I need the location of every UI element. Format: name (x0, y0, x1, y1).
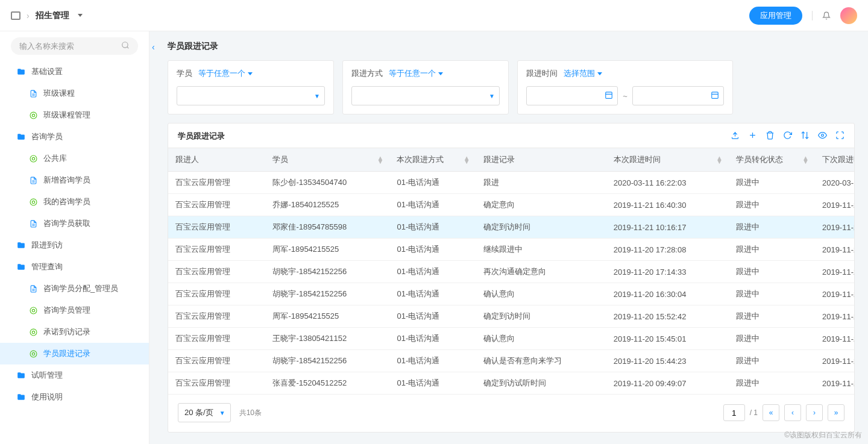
sidebar-item[interactable]: 咨询学员 (0, 126, 149, 148)
table-row[interactable]: 百宝云应用管理胡晓宇-1854215225601-电话沟通确认是否有意向来学习2… (168, 350, 854, 372)
sidebar-item[interactable]: 使用说明 (0, 386, 149, 408)
folder-icon (17, 393, 25, 401)
svg-point-7 (32, 157, 34, 160)
plus-icon[interactable] (748, 131, 757, 142)
search-input-wrap[interactable] (11, 37, 138, 55)
table-row[interactable]: 百宝云应用管理王晓宇-1380542115201-电话沟通确认意向2019-11… (168, 328, 854, 350)
dropdown-icon[interactable]: ▼ (489, 93, 495, 99)
sidebar-item[interactable]: 我的咨询学员 (0, 191, 149, 213)
sort-icon[interactable] (800, 131, 810, 142)
sidebar-item[interactable]: 公共库 (0, 148, 149, 169)
table-cell: 张喜爱-15204512252 (265, 372, 389, 395)
table-cell: 百宝云应用管理 (168, 350, 265, 372)
sidebar-item[interactable]: 咨询学员管理 (0, 299, 149, 321)
filter-method: 跟进方式 等于任意一个 ▼ (342, 60, 509, 114)
first-page-button[interactable]: « (763, 404, 779, 421)
sidebar-item[interactable]: 咨询学员分配_管理员 (0, 278, 149, 299)
filter-student-input[interactable] (177, 86, 325, 105)
eye-icon[interactable] (818, 131, 827, 142)
sidebar-item[interactable]: 咨询学员获取 (0, 213, 149, 234)
sidebar-item[interactable]: 跟进到访 (0, 234, 149, 256)
table-cell: 再次沟通确定意向 (476, 261, 606, 283)
svg-line-1 (127, 47, 129, 49)
app-manage-button[interactable]: 应用管理 (749, 7, 802, 25)
table-cell: 周军-18954215525 (265, 305, 389, 328)
filter-operator[interactable]: 等于任意一个 (198, 68, 253, 79)
next-page-button[interactable]: › (806, 404, 823, 421)
page-size-select[interactable]: 20 条/页▼ (178, 403, 231, 422)
sidebar-item[interactable]: 新增咨询学员 (0, 169, 149, 191)
sidebar-item-label: 咨询学员分配_管理员 (43, 283, 118, 294)
table-row[interactable]: 百宝云应用管理胡晓宇-1854215225601-电话沟通确认意向2019-11… (168, 283, 854, 305)
export-icon[interactable] (731, 131, 740, 142)
table-row[interactable]: 百宝云应用管理陈少创-1353450474001-电话沟通跟进2020-03-1… (168, 172, 854, 194)
table-cell: 2019-11-20 17:14:33 (606, 261, 729, 283)
col-record[interactable]: 跟进记录 (476, 148, 606, 172)
sidebar-item[interactable]: 班级课程 (0, 83, 149, 104)
col-time[interactable]: 本次跟进时间▲▼ (606, 148, 729, 172)
table-cell: 确定到访时间 (476, 305, 606, 328)
col-method[interactable]: 本次跟进方式▲▼ (389, 148, 476, 172)
col-status[interactable]: 学员转化状态▲▼ (729, 148, 815, 172)
sidebar-item[interactable]: 学员跟进记录 (0, 343, 149, 364)
table-row[interactable]: 百宝云应用管理周军-1895421552501-电话沟通确定到访时间2019-1… (168, 305, 854, 328)
table-cell: 跟进中 (729, 350, 815, 372)
page-input[interactable] (723, 404, 745, 421)
sidebar-item-label: 班级课程管理 (43, 110, 90, 120)
filter-operator[interactable]: 选择范围 (564, 68, 602, 79)
last-page-button[interactable]: » (828, 404, 844, 421)
table-cell: 2020-03-11 16:22:03 (606, 172, 729, 194)
table-row[interactable]: 百宝云应用管理邓家佳-1895478559801-电话沟通确定到访时间2019-… (168, 216, 854, 239)
table-cell: 跟进中 (729, 305, 815, 328)
chevron-down-icon[interactable] (78, 14, 83, 17)
chevron-down-icon: ▼ (219, 410, 225, 416)
filter-label: 跟进方式 (351, 68, 383, 79)
avatar[interactable] (840, 7, 857, 24)
prev-page-button[interactable]: ‹ (784, 404, 801, 421)
search-input[interactable] (19, 42, 121, 51)
table-cell: 胡晓宇-18542152256 (265, 261, 389, 283)
sidebar-item[interactable]: 班级课程管理 (0, 104, 149, 126)
sidebar-item[interactable]: 基础设置 (0, 61, 149, 83)
trash-icon[interactable] (766, 131, 775, 142)
search-icon[interactable] (121, 41, 130, 51)
doc-icon (29, 177, 37, 184)
table-row[interactable]: 百宝云应用管理乔娜-1854012552501-电话沟通确定意向2019-11-… (168, 194, 854, 216)
sidebar-item[interactable]: 承诺到访记录 (0, 321, 149, 343)
expand-icon[interactable] (835, 131, 844, 142)
table-row[interactable]: 百宝云应用管理周军-1895421552501-电话沟通继续跟进中2019-11… (168, 239, 854, 261)
table-cell: 01-电话沟通 (389, 372, 476, 395)
col-next[interactable]: 下次跟进时 (815, 148, 854, 172)
filter-method-input[interactable] (351, 86, 500, 105)
table-cell: 2019-11-24 (815, 194, 854, 216)
table-cell: 百宝云应用管理 (168, 239, 265, 261)
refresh-icon[interactable] (783, 131, 792, 142)
table-cell: 百宝云应用管理 (168, 261, 265, 283)
sidebar-item-label: 咨询学员获取 (43, 218, 90, 229)
bell-icon[interactable] (822, 11, 831, 20)
monitor-icon[interactable] (11, 11, 20, 20)
col-student[interactable]: 学员▲▼ (265, 148, 389, 172)
table-row[interactable]: 百宝云应用管理张喜爱-1520451225201-电话沟通确定到访试听时间201… (168, 372, 854, 395)
table-cell: 2019-11-23 (815, 350, 854, 372)
collapse-sidebar-button[interactable]: ‹ (152, 42, 155, 52)
filter-operator[interactable]: 等于任意一个 (389, 68, 443, 79)
calendar-icon[interactable] (605, 91, 613, 101)
col-follower[interactable]: 跟进人 (168, 148, 265, 172)
range-separator: ~ (623, 92, 627, 101)
target-icon (29, 328, 37, 336)
breadcrumb-title[interactable]: 招生管理 (36, 10, 69, 21)
svg-point-28 (822, 134, 824, 137)
chevron-down-icon (597, 72, 602, 75)
svg-point-20 (30, 351, 37, 357)
table-cell: 王晓宇-13805421152 (265, 328, 389, 350)
calendar-icon[interactable] (711, 91, 719, 101)
table-cell: 确定到访试听时间 (476, 372, 606, 395)
sidebar-item[interactable]: 管理查询 (0, 256, 149, 278)
table-row[interactable]: 百宝云应用管理胡晓宇-1854215225601-电话沟通再次沟通确定意向201… (168, 261, 854, 283)
table-cell: 01-电话沟通 (389, 194, 476, 216)
sidebar-item-label: 学员跟进记录 (43, 348, 90, 359)
sidebar-item[interactable]: 试听管理 (0, 364, 149, 386)
table-cell: 2019-11-23 (815, 261, 854, 283)
dropdown-icon[interactable]: ▼ (314, 93, 320, 99)
